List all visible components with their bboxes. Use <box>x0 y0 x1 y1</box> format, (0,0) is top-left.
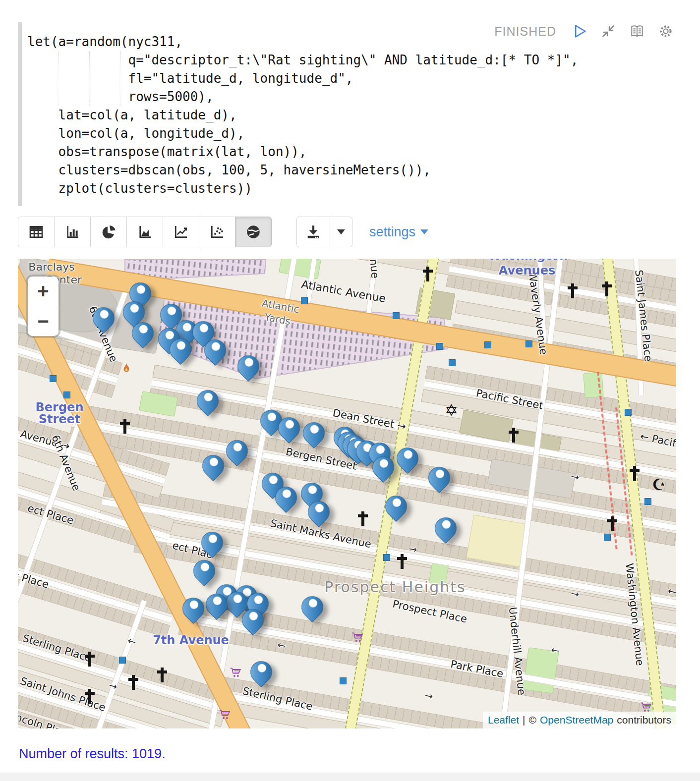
subway-entrance-icon <box>525 340 532 347</box>
chart-type-group <box>18 217 272 247</box>
supermarket-cart-icon <box>351 631 364 645</box>
attribution-suffix: contributors <box>617 714 671 726</box>
next-paragraph-divider <box>0 773 700 781</box>
church-cross-icon <box>161 668 164 682</box>
church-cross-icon <box>426 267 429 281</box>
map-label: nue <box>367 259 381 279</box>
fire-station-icon <box>122 363 131 376</box>
download-caret-button[interactable] <box>330 217 352 247</box>
map-canvas[interactable]: + − Leaflet | © OpenStreetMap contributo… <box>18 259 676 728</box>
chart-type-table-icon[interactable] <box>18 217 55 247</box>
subway-entrance-icon <box>119 657 126 664</box>
church-cross-icon <box>401 554 404 569</box>
indent-guide <box>120 51 121 106</box>
subway-entrance-icon <box>625 409 632 416</box>
station-label: Washington <box>488 259 568 263</box>
subway-entrance-icon <box>383 554 390 561</box>
church-cross-icon <box>611 516 614 531</box>
subway-entrance-icon <box>393 312 400 319</box>
chart-type-globe-icon[interactable] <box>235 217 272 247</box>
synagogue-star-icon: ✡ <box>445 402 458 418</box>
subway-entrance-icon <box>644 498 651 505</box>
zoom-in-button[interactable]: + <box>28 277 58 306</box>
code-editor[interactable]: let(a=random(nyc311, q="descriptor_t:\"R… <box>27 33 682 198</box>
map-attribution: Leaflet | © OpenStreetMap contributors <box>483 712 676 728</box>
map-label: Barclays <box>28 261 74 273</box>
subway-entrance-icon <box>340 677 347 684</box>
attribution-separator: | <box>523 714 525 726</box>
supermarket-cart-icon <box>218 709 231 723</box>
mosque-crescent-icon: ☪ <box>652 477 666 493</box>
notebook-paragraph: FINISHED let(a=random(nyc311, q="descrip… <box>18 22 682 198</box>
church-cross-icon <box>571 283 574 298</box>
result-count-text: Number of results: 1019. <box>19 746 166 762</box>
church-cross-icon <box>512 428 515 443</box>
church-cross-icon <box>633 466 636 481</box>
download-button[interactable] <box>296 217 330 247</box>
settings-toggle[interactable]: settings <box>369 224 428 240</box>
subway-entrance-icon <box>484 341 491 348</box>
settings-label: settings <box>369 224 415 240</box>
chevron-down-icon <box>337 229 345 238</box>
station-label: Street <box>39 412 81 426</box>
download-group <box>296 217 352 247</box>
church-cross-icon <box>88 689 91 704</box>
subway-entrance-icon <box>301 297 308 304</box>
church-cross-icon <box>88 652 91 667</box>
map-zoom-control: + − <box>28 277 58 336</box>
editor-gutter <box>18 22 22 206</box>
result-toolbar: settings <box>18 217 428 247</box>
subway-entrance-icon <box>449 359 456 366</box>
church-cross-icon <box>123 419 126 434</box>
indent-guide <box>89 51 90 106</box>
indent-guide <box>58 51 58 106</box>
chart-type-line-chart-icon[interactable] <box>163 217 199 247</box>
map-label: Prospect Heights <box>324 578 466 596</box>
station-label: 7th Avenue <box>153 633 229 647</box>
subway-entrance-icon <box>63 391 70 398</box>
station-label: Avenues <box>499 264 555 278</box>
subway-entrance-icon <box>436 343 443 350</box>
leaflet-link[interactable]: Leaflet <box>488 714 519 726</box>
chart-type-scatter-chart-icon[interactable] <box>199 217 235 247</box>
chart-type-bar-chart-icon[interactable] <box>54 217 91 247</box>
copyright-symbol: © <box>529 714 536 726</box>
osm-link[interactable]: OpenStreetMap <box>540 714 613 726</box>
church-cross-icon <box>361 511 364 526</box>
church-cross-icon <box>132 675 135 690</box>
subway-entrance-icon <box>50 375 57 382</box>
zoom-out-button[interactable]: − <box>28 306 58 336</box>
supermarket-cart-icon <box>229 667 242 680</box>
chevron-down-icon <box>420 229 428 238</box>
subway-entrance-icon <box>604 534 611 541</box>
chart-type-area-chart-icon[interactable] <box>126 217 163 247</box>
chart-type-pie-chart-icon[interactable] <box>90 217 127 247</box>
church-cross-icon <box>605 281 608 296</box>
